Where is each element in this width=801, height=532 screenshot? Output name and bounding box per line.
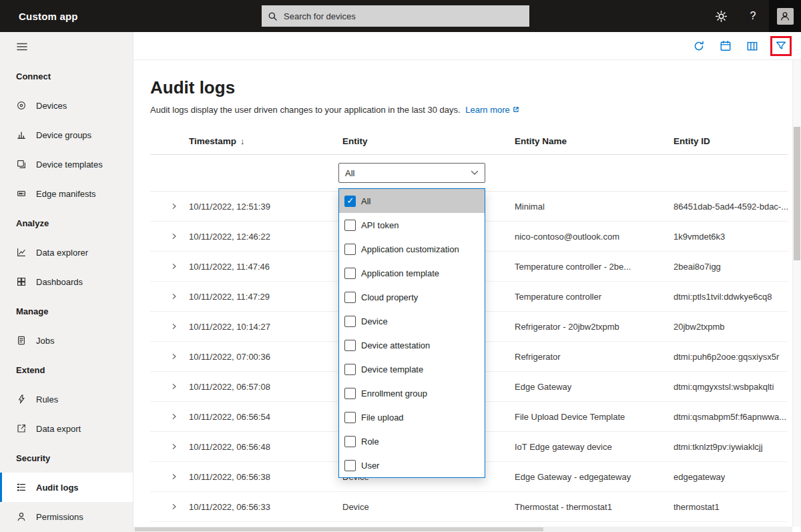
sidebar-section-extend: Extend bbox=[0, 355, 133, 384]
menu-toggle-button[interactable] bbox=[0, 32, 133, 61]
row-expand-icon[interactable] bbox=[170, 352, 178, 360]
filter-option-device-template[interactable]: Device template bbox=[339, 357, 485, 381]
checkbox-icon[interactable] bbox=[344, 244, 356, 255]
sidebar-section-analyze: Analyze bbox=[0, 208, 133, 238]
profile-button[interactable] bbox=[769, 0, 801, 32]
row-expand-icon[interactable] bbox=[170, 503, 178, 511]
checkbox-icon[interactable] bbox=[344, 220, 356, 231]
filter-button[interactable] bbox=[772, 37, 790, 55]
option-label: File upload bbox=[361, 413, 404, 423]
filter-option-file-upload[interactable]: File upload bbox=[339, 405, 485, 429]
external-link-icon bbox=[512, 105, 520, 115]
vertical-scrollbar[interactable] bbox=[792, 60, 801, 527]
row-expand-icon[interactable] bbox=[170, 292, 178, 300]
device-search-box[interactable] bbox=[262, 5, 529, 27]
option-label: Device attestation bbox=[361, 340, 430, 350]
filter-option-application-customization[interactable]: Application customization bbox=[339, 237, 485, 261]
row-expand-icon[interactable] bbox=[170, 322, 178, 330]
entity-filter-dropdown: All API token Application customization … bbox=[338, 188, 485, 478]
row-expand-icon[interactable] bbox=[170, 232, 178, 240]
sidebar-item-devices[interactable]: Devices bbox=[0, 91, 133, 120]
chevron-down-icon bbox=[471, 170, 479, 176]
learn-more-label: Learn more bbox=[465, 105, 509, 115]
column-header-entity-name[interactable]: Entity Name bbox=[515, 136, 674, 146]
sidebar-item-device-groups[interactable]: Device groups bbox=[0, 120, 133, 150]
device-templates-icon bbox=[16, 159, 27, 170]
filter-option-user[interactable]: User bbox=[339, 453, 485, 477]
filter-option-api-token[interactable]: API token bbox=[339, 213, 485, 237]
checkbox-icon[interactable] bbox=[344, 196, 356, 207]
sidebar-item-label: Device groups bbox=[36, 130, 91, 140]
sidebar-item-jobs[interactable]: Jobs bbox=[0, 326, 133, 355]
device-groups-icon bbox=[16, 129, 27, 140]
audit-log-table: Timestamp ↓ Entity Entity Name Entity ID… bbox=[150, 128, 788, 522]
row-expand-icon[interactable] bbox=[170, 262, 178, 270]
cell-entity-name: Temperature controller - 2be... bbox=[515, 262, 674, 272]
vertical-scrollbar-thumb[interactable] bbox=[794, 127, 800, 260]
filter-option-device-attestation[interactable]: Device attestation bbox=[339, 333, 485, 357]
cell-timestamp: 10/11/2022, 11:47:46 bbox=[189, 262, 342, 272]
cell-entity-name: Edge Gateway bbox=[515, 382, 674, 392]
filter-option-role[interactable]: Role bbox=[339, 429, 485, 453]
settings-button[interactable] bbox=[705, 0, 737, 32]
option-label: Cloud property bbox=[361, 292, 418, 302]
sidebar-item-data-explorer[interactable]: Data explorer bbox=[0, 238, 133, 267]
row-expand-icon[interactable] bbox=[170, 382, 178, 390]
option-label: API token bbox=[361, 220, 398, 230]
filter-option-device[interactable]: Device bbox=[339, 309, 485, 333]
sidebar-item-edge-manifests[interactable]: Edge manifests bbox=[0, 179, 133, 208]
checkbox-icon[interactable] bbox=[344, 340, 356, 351]
sidebar-item-dashboards[interactable]: Dashboards bbox=[0, 267, 133, 296]
time-range-button[interactable] bbox=[717, 37, 734, 55]
cell-timestamp: 10/11/2022, 06:56:33 bbox=[189, 502, 342, 512]
audit-log-row[interactable]: 10/11/2022, 06:56:33 Device Thermostat -… bbox=[150, 492, 788, 522]
data-export-icon bbox=[16, 423, 27, 434]
sidebar-item-audit-logs[interactable]: Audit logs bbox=[0, 473, 133, 502]
filter-icon bbox=[775, 40, 787, 52]
row-expand-icon[interactable] bbox=[170, 473, 178, 481]
refresh-button[interactable] bbox=[690, 37, 708, 55]
horizontal-scrollbar-thumb[interactable] bbox=[135, 527, 543, 531]
cell-entity-name: Edge Gateway - edgegateway bbox=[515, 472, 674, 482]
checkbox-icon[interactable] bbox=[344, 412, 356, 423]
cell-entity-id: 86451dab-5ad4-4592-bdac-... bbox=[674, 202, 788, 212]
checkbox-icon[interactable] bbox=[344, 364, 356, 375]
row-expand-icon[interactable] bbox=[170, 413, 178, 421]
column-header-entity[interactable]: Entity bbox=[342, 136, 515, 146]
filter-option-enrollment-group[interactable]: Enrollment group bbox=[339, 381, 485, 405]
cell-timestamp: 10/11/2022, 06:56:48 bbox=[189, 442, 342, 452]
sidebar-item-label: Jobs bbox=[36, 336, 54, 346]
sidebar-item-data-export[interactable]: Data export bbox=[0, 414, 133, 443]
row-expand-icon[interactable] bbox=[170, 443, 178, 451]
search-input[interactable] bbox=[282, 11, 523, 22]
filter-option-cloud-property[interactable]: Cloud property bbox=[339, 285, 485, 309]
page-body: Audit logs Audit logs display the user d… bbox=[134, 60, 801, 522]
help-button[interactable]: ? bbox=[737, 0, 769, 32]
checkbox-icon[interactable] bbox=[344, 460, 356, 471]
checkbox-icon[interactable] bbox=[344, 292, 356, 303]
learn-more-link[interactable]: Learn more bbox=[465, 105, 519, 115]
edit-columns-icon bbox=[746, 40, 758, 52]
checkbox-icon[interactable] bbox=[344, 316, 356, 327]
column-header-entity-id[interactable]: Entity ID bbox=[674, 136, 788, 146]
sidebar-item-permissions[interactable]: Permissions bbox=[0, 502, 133, 531]
cell-timestamp: 10/11/2022, 11:47:29 bbox=[189, 292, 342, 302]
checkbox-icon[interactable] bbox=[344, 268, 356, 279]
horizontal-scrollbar[interactable] bbox=[134, 527, 792, 532]
app-title: Custom app bbox=[19, 0, 78, 32]
option-label: Enrollment group bbox=[361, 388, 427, 398]
filter-option-all[interactable]: All bbox=[339, 189, 485, 213]
checkbox-icon[interactable] bbox=[344, 436, 356, 447]
sidebar-item-label: Devices bbox=[36, 101, 67, 111]
sidebar-item-device-templates[interactable]: Device templates bbox=[0, 150, 133, 179]
option-label: Application customization bbox=[361, 244, 459, 254]
sidebar-item-rules[interactable]: Rules bbox=[0, 384, 133, 414]
column-header-timestamp[interactable]: Timestamp ↓ bbox=[189, 136, 342, 146]
filter-option-application-template[interactable]: Application template bbox=[339, 261, 485, 285]
checkbox-icon[interactable] bbox=[344, 388, 356, 399]
cell-entity-id: dtmi:qmgyxstsl:wsbpakqlti bbox=[674, 382, 788, 392]
row-expand-icon[interactable] bbox=[170, 202, 178, 210]
edit-columns-button[interactable] bbox=[744, 37, 761, 55]
entity-filter-select[interactable]: All bbox=[338, 163, 485, 183]
topbar-actions: ? bbox=[705, 0, 801, 32]
